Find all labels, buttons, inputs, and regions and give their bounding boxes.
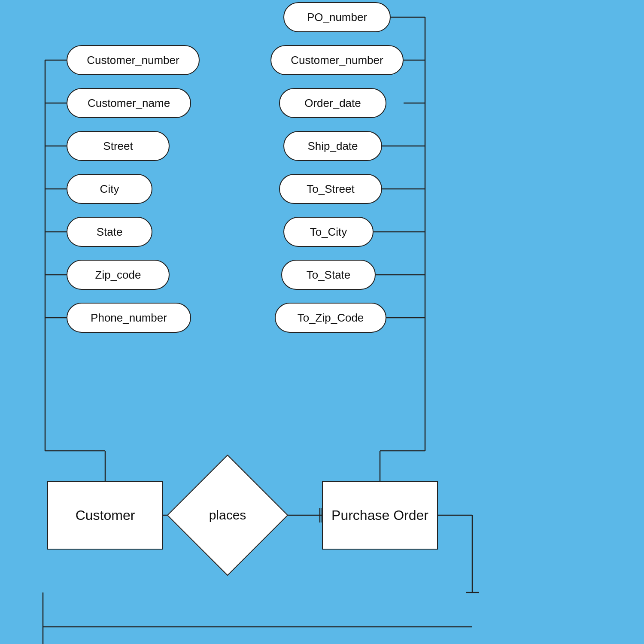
attr-order-date: Order_date [279,88,386,118]
attr-to-zip-code: To_Zip_Code [275,303,386,333]
attr-phone-number: Phone_number [67,303,191,333]
attr-city: City [67,174,152,204]
attr-to-street: To_Street [279,174,382,204]
attr-po-number: PO_number [283,2,391,32]
entity-purchase-order: Purchase Order [322,481,438,550]
attr-customer-number: Customer_number [67,45,200,75]
attr-customer-name: Customer_name [67,88,191,118]
entity-customer: Customer [47,481,163,550]
attr-zip-code: Zip_code [67,260,170,290]
attr-ord-customer-number: Customer_number [270,45,404,75]
attr-to-state: To_State [281,260,376,290]
relationship-label: places [209,508,246,522]
attr-street: Street [67,131,170,161]
attr-ship-date: Ship_date [283,131,382,161]
relationship-places: places [185,472,270,558]
diagram-container: Customer_number Customer_name Street Cit… [0,0,644,644]
attr-state: State [67,217,152,247]
attr-to-city: To_City [283,217,374,247]
